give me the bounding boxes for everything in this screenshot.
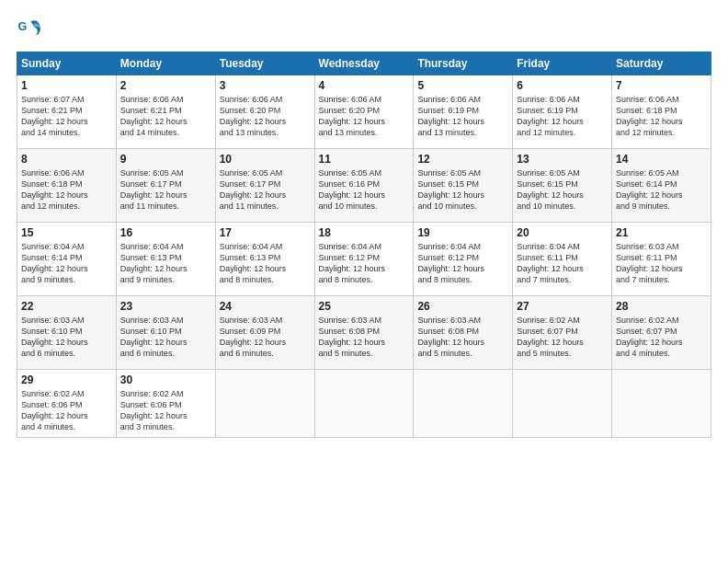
weekday-header: Saturday (612, 52, 711, 75)
day-info: Sunrise: 6:05 AM Sunset: 6:14 PM Dayligh… (616, 167, 707, 213)
day-info: Sunrise: 6:05 AM Sunset: 6:15 PM Dayligh… (517, 167, 608, 213)
weekday-header: Tuesday (215, 52, 314, 75)
weekday-header: Friday (513, 52, 612, 75)
day-number: 19 (417, 226, 508, 239)
calendar-cell: 20Sunrise: 6:04 AM Sunset: 6:11 PM Dayli… (513, 223, 612, 296)
day-info: Sunrise: 6:03 AM Sunset: 6:11 PM Dayligh… (616, 241, 707, 286)
calendar-cell: 15Sunrise: 6:04 AM Sunset: 6:14 PM Dayli… (17, 223, 117, 296)
day-number: 6 (517, 79, 608, 92)
calendar-cell: 13Sunrise: 6:05 AM Sunset: 6:15 PM Dayli… (513, 149, 612, 223)
weekday-header: Thursday (414, 52, 513, 75)
calendar-cell: 29Sunrise: 6:02 AM Sunset: 6:06 PM Dayli… (17, 370, 117, 438)
day-number: 11 (319, 153, 410, 166)
day-number: 24 (220, 300, 311, 313)
calendar-cell: 8Sunrise: 6:06 AM Sunset: 6:18 PM Daylig… (17, 149, 117, 223)
day-info: Sunrise: 6:07 AM Sunset: 6:21 PM Dayligh… (21, 94, 112, 139)
day-info: Sunrise: 6:02 AM Sunset: 6:06 PM Dayligh… (120, 388, 211, 433)
calendar-cell: 24Sunrise: 6:03 AM Sunset: 6:09 PM Dayli… (215, 296, 314, 370)
calendar-cell: 14Sunrise: 6:05 AM Sunset: 6:14 PM Dayli… (612, 149, 711, 223)
day-info: Sunrise: 6:03 AM Sunset: 6:09 PM Dayligh… (220, 315, 311, 360)
day-number: 10 (220, 153, 311, 166)
day-number: 3 (220, 79, 311, 92)
day-info: Sunrise: 6:03 AM Sunset: 6:10 PM Dayligh… (120, 315, 211, 360)
calendar-cell: 2Sunrise: 6:06 AM Sunset: 6:21 PM Daylig… (116, 75, 215, 149)
logo: G (17, 17, 46, 42)
day-info: Sunrise: 6:03 AM Sunset: 6:08 PM Dayligh… (319, 315, 410, 360)
day-info: Sunrise: 6:05 AM Sunset: 6:15 PM Dayligh… (417, 167, 508, 213)
calendar-cell: 21Sunrise: 6:03 AM Sunset: 6:11 PM Dayli… (612, 223, 711, 296)
day-number: 12 (417, 153, 508, 166)
calendar-cell (314, 370, 414, 438)
day-number: 9 (120, 153, 211, 166)
day-info: Sunrise: 6:06 AM Sunset: 6:18 PM Dayligh… (21, 167, 112, 213)
calendar-table: SundayMondayTuesdayWednesdayThursdayFrid… (17, 52, 711, 438)
day-info: Sunrise: 6:03 AM Sunset: 6:10 PM Dayligh… (21, 315, 112, 360)
day-number: 25 (319, 300, 410, 313)
day-number: 18 (319, 226, 410, 239)
day-info: Sunrise: 6:06 AM Sunset: 6:18 PM Dayligh… (616, 94, 707, 139)
day-info: Sunrise: 6:06 AM Sunset: 6:19 PM Dayligh… (417, 94, 508, 139)
calendar-cell: 3Sunrise: 6:06 AM Sunset: 6:20 PM Daylig… (215, 75, 314, 149)
calendar-cell: 19Sunrise: 6:04 AM Sunset: 6:12 PM Dayli… (414, 223, 513, 296)
calendar-cell: 25Sunrise: 6:03 AM Sunset: 6:08 PM Dayli… (314, 296, 414, 370)
calendar-cell: 30Sunrise: 6:02 AM Sunset: 6:06 PM Dayli… (116, 370, 215, 438)
day-info: Sunrise: 6:05 AM Sunset: 6:17 PM Dayligh… (120, 167, 211, 213)
calendar-cell (414, 370, 513, 438)
calendar-cell: 26Sunrise: 6:03 AM Sunset: 6:08 PM Dayli… (414, 296, 513, 370)
day-info: Sunrise: 6:02 AM Sunset: 6:06 PM Dayligh… (21, 388, 112, 433)
day-number: 17 (220, 226, 311, 239)
weekday-header: Sunday (17, 52, 117, 75)
calendar-cell: 23Sunrise: 6:03 AM Sunset: 6:10 PM Dayli… (116, 296, 215, 370)
day-info: Sunrise: 6:02 AM Sunset: 6:07 PM Dayligh… (517, 315, 608, 360)
calendar-cell: 18Sunrise: 6:04 AM Sunset: 6:12 PM Dayli… (314, 223, 414, 296)
day-info: Sunrise: 6:06 AM Sunset: 6:20 PM Dayligh… (319, 94, 410, 139)
day-info: Sunrise: 6:05 AM Sunset: 6:16 PM Dayligh… (319, 167, 410, 213)
calendar-cell: 22Sunrise: 6:03 AM Sunset: 6:10 PM Dayli… (17, 296, 117, 370)
day-info: Sunrise: 6:04 AM Sunset: 6:14 PM Dayligh… (21, 241, 112, 286)
day-info: Sunrise: 6:04 AM Sunset: 6:12 PM Dayligh… (417, 241, 508, 286)
calendar-cell (612, 370, 711, 438)
day-info: Sunrise: 6:05 AM Sunset: 6:17 PM Dayligh… (220, 167, 311, 213)
svg-text:G: G (17, 20, 27, 33)
day-info: Sunrise: 6:02 AM Sunset: 6:07 PM Dayligh… (616, 315, 707, 360)
calendar-cell (513, 370, 612, 438)
calendar-cell: 12Sunrise: 6:05 AM Sunset: 6:15 PM Dayli… (414, 149, 513, 223)
day-number: 14 (616, 153, 707, 166)
day-number: 21 (616, 226, 707, 239)
day-info: Sunrise: 6:04 AM Sunset: 6:12 PM Dayligh… (319, 241, 410, 286)
calendar-cell: 17Sunrise: 6:04 AM Sunset: 6:13 PM Dayli… (215, 223, 314, 296)
calendar-cell: 5Sunrise: 6:06 AM Sunset: 6:19 PM Daylig… (414, 75, 513, 149)
calendar-cell: 1Sunrise: 6:07 AM Sunset: 6:21 PM Daylig… (17, 75, 117, 149)
weekday-header: Monday (116, 52, 215, 75)
day-number: 29 (21, 373, 112, 386)
day-number: 8 (21, 153, 112, 166)
day-info: Sunrise: 6:04 AM Sunset: 6:13 PM Dayligh… (120, 241, 211, 286)
day-info: Sunrise: 6:03 AM Sunset: 6:08 PM Dayligh… (417, 315, 508, 360)
calendar-cell: 9Sunrise: 6:05 AM Sunset: 6:17 PM Daylig… (116, 149, 215, 223)
weekday-header: Wednesday (314, 52, 414, 75)
day-number: 30 (120, 373, 211, 386)
day-number: 1 (21, 79, 112, 92)
calendar-cell: 10Sunrise: 6:05 AM Sunset: 6:17 PM Dayli… (215, 149, 314, 223)
day-number: 26 (417, 300, 508, 313)
calendar-cell: 16Sunrise: 6:04 AM Sunset: 6:13 PM Dayli… (116, 223, 215, 296)
day-info: Sunrise: 6:04 AM Sunset: 6:13 PM Dayligh… (220, 241, 311, 286)
day-info: Sunrise: 6:04 AM Sunset: 6:11 PM Dayligh… (517, 241, 608, 286)
logo-icon: G (17, 17, 42, 42)
calendar-cell: 27Sunrise: 6:02 AM Sunset: 6:07 PM Dayli… (513, 296, 612, 370)
day-number: 20 (517, 226, 608, 239)
page-header: G (17, 17, 711, 42)
calendar-cell: 6Sunrise: 6:06 AM Sunset: 6:19 PM Daylig… (513, 75, 612, 149)
calendar-cell: 4Sunrise: 6:06 AM Sunset: 6:20 PM Daylig… (314, 75, 414, 149)
day-number: 23 (120, 300, 211, 313)
day-number: 7 (616, 79, 707, 92)
day-number: 4 (319, 79, 410, 92)
calendar-header-row: SundayMondayTuesdayWednesdayThursdayFrid… (17, 52, 711, 75)
day-info: Sunrise: 6:06 AM Sunset: 6:20 PM Dayligh… (220, 94, 311, 139)
day-number: 5 (417, 79, 508, 92)
day-number: 27 (517, 300, 608, 313)
day-number: 2 (120, 79, 211, 92)
day-number: 22 (21, 300, 112, 313)
calendar-cell (215, 370, 314, 438)
day-number: 16 (120, 226, 211, 239)
